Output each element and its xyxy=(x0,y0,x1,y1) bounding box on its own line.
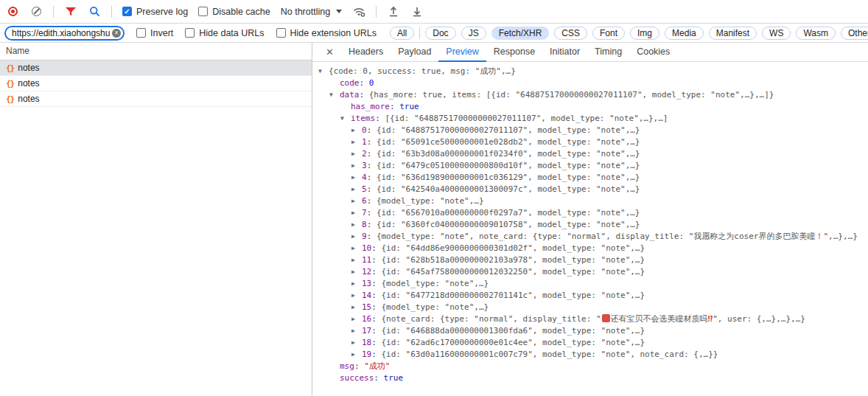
json-token: : xyxy=(371,302,381,312)
preview-tree-row[interactable]: ▶3: {id: "6479c051000000000800d10f", mod… xyxy=(312,160,868,172)
disable-cache-checkbox[interactable]: Disable cache xyxy=(198,7,270,17)
disclosure-triangle-icon[interactable]: ▶ xyxy=(351,195,362,207)
disclosure-triangle-icon[interactable]: ▶ xyxy=(351,302,362,313)
filter-chip-img[interactable]: Img xyxy=(630,27,659,40)
disclosure-triangle-icon[interactable]: ▶ xyxy=(351,325,362,337)
json-token: 2 xyxy=(362,149,367,159)
preview-tree-row[interactable]: ▶6: {model_type: "note",…} xyxy=(312,195,868,207)
json-token: 1 xyxy=(362,137,367,147)
filter-chip-font[interactable]: Font xyxy=(592,27,625,40)
json-token: {id: "6567010a000000000f0297a7", model_t… xyxy=(377,208,640,218)
invert-checkbox[interactable]: Invert xyxy=(136,28,173,38)
disclosure-triangle-icon[interactable]: ▶ xyxy=(351,266,362,278)
preview-tree-row[interactable]: ▶4: {id: "636d1989000000001c036129", mod… xyxy=(312,172,868,184)
filter-button[interactable] xyxy=(64,5,77,18)
preview-tree-row[interactable]: ▶19: {id: "63d0a116000000001c007c79", mo… xyxy=(312,349,868,361)
hide-data-urls-checkbox[interactable]: Hide data URLs xyxy=(185,28,264,38)
preview-tree-row[interactable]: ▶0: {id: "648875170000000027011107", mod… xyxy=(312,125,868,136)
export-har-button[interactable] xyxy=(410,5,424,18)
filter-url-input[interactable] xyxy=(4,26,125,41)
preview-tree-row[interactable]: ▶18: {id: "62ad6c17000000000e01c4ee", mo… xyxy=(312,337,868,349)
preview-tree-row[interactable]: success: true xyxy=(312,372,868,384)
tab-response[interactable]: Response xyxy=(486,43,542,62)
preview-tree-row[interactable]: ▶15: {model_type: "note",…} xyxy=(312,302,868,313)
preview-tree-row[interactable]: ▶7: {id: "6567010a000000000f0297a7", mod… xyxy=(312,207,868,219)
hide-data-urls-label: Hide data URLs xyxy=(199,28,264,38)
name-column-header[interactable]: Name xyxy=(0,43,312,60)
disclosure-triangle-icon[interactable]: ▶ xyxy=(351,172,362,184)
disclosure-triangle-icon[interactable]: ▶ xyxy=(351,349,362,361)
disclosure-triangle-icon[interactable]: ▶ xyxy=(351,219,362,231)
request-row[interactable]: {}notes xyxy=(0,91,312,107)
disclosure-triangle-icon[interactable]: ▶ xyxy=(351,184,362,195)
disclosure-triangle-icon[interactable]: ▼ xyxy=(340,113,351,125)
json-token: : xyxy=(367,173,377,182)
filter-chip-manifest[interactable]: Manifest xyxy=(709,27,757,40)
tab-timing[interactable]: Timing xyxy=(587,43,629,62)
disclosure-triangle-icon[interactable]: ▶ xyxy=(351,337,362,349)
tab-cookies[interactable]: Cookies xyxy=(629,43,677,62)
filter-chip-media[interactable]: Media xyxy=(665,27,704,40)
disclosure-triangle-icon[interactable]: ▼ xyxy=(318,66,329,77)
disclosure-triangle-icon[interactable]: ▶ xyxy=(351,148,362,160)
json-token: has_more xyxy=(351,102,390,111)
disclosure-triangle-icon[interactable]: ▶ xyxy=(351,231,362,243)
filter-chip-ws[interactable]: WS xyxy=(762,27,791,40)
tab-preview[interactable]: Preview xyxy=(438,43,486,62)
throttling-select[interactable]: No throttling xyxy=(281,7,342,17)
filter-chip-wasm[interactable]: Wasm xyxy=(796,27,836,40)
filter-chip-other[interactable]: Other xyxy=(841,27,868,40)
preview-tree-row[interactable]: ▶8: {id: "6360fc040000000009010758", mod… xyxy=(312,219,868,231)
toolbar-divider xyxy=(53,6,54,18)
tab-initiator[interactable]: Initiator xyxy=(542,43,587,62)
json-token: : xyxy=(354,361,364,371)
request-row[interactable]: {}notes xyxy=(0,76,312,91)
preview-tree-row[interactable]: ▶13: {model_type: "note",…} xyxy=(312,278,868,290)
disclosure-triangle-icon[interactable]: ▶ xyxy=(351,136,362,148)
preview-tree-row[interactable]: code: 0 xyxy=(312,77,868,89)
preview-tree-row[interactable]: ▶12: {id: "645af7580000000012032250", mo… xyxy=(312,266,868,278)
preview-tree-row[interactable]: ▼{code: 0, success: true, msg: "成功",…} xyxy=(312,66,868,77)
close-details-icon[interactable]: ✕ xyxy=(320,46,340,58)
disclosure-triangle-icon[interactable]: ▶ xyxy=(351,125,362,136)
record-button[interactable] xyxy=(6,5,19,18)
tab-payload[interactable]: Payload xyxy=(391,43,438,62)
filter-chip-fetch-xhr[interactable]: Fetch/XHR xyxy=(491,27,550,40)
preview-tree-row[interactable]: ▼data: {has_more: true, items: [{id: "64… xyxy=(312,89,868,101)
network-conditions-button[interactable] xyxy=(352,5,365,18)
disclosure-triangle-icon[interactable]: ▶ xyxy=(351,160,362,172)
search-button[interactable] xyxy=(88,5,101,18)
preview-tree-row[interactable]: ▶9: {model_type: "note", note_card: {typ… xyxy=(312,231,868,243)
disclosure-triangle-icon[interactable]: ▶ xyxy=(351,207,362,219)
json-token: : xyxy=(360,90,369,100)
filter-chip-all[interactable]: All xyxy=(390,27,414,40)
filter-chip-js[interactable]: JS xyxy=(461,27,486,40)
json-token: {id: "6477218d000000002701141c", model_t… xyxy=(382,291,645,300)
preview-tree-row[interactable]: ▶16: {note_card: {type: "normal", displa… xyxy=(312,313,868,325)
clear-filter-icon[interactable]: × xyxy=(112,29,121,38)
preview-tree-row[interactable]: ▶10: {id: "64dd86e9000000000301d02f", mo… xyxy=(312,243,868,254)
preview-tree-row[interactable]: has_more: true xyxy=(312,101,868,113)
preview-tree-row[interactable]: msg: "成功" xyxy=(312,361,868,372)
disclosure-triangle-icon[interactable]: ▶ xyxy=(351,278,362,290)
preview-tree-row[interactable]: ▶5: {id: "642540a4000000001300097c", mod… xyxy=(312,184,868,195)
disclosure-triangle-icon[interactable]: ▶ xyxy=(351,254,362,266)
preview-tree-row[interactable]: ▶11: {id: "628b518a000000002103a978", mo… xyxy=(312,254,868,266)
disclosure-triangle-icon[interactable]: ▶ xyxy=(351,313,362,325)
preview-tree-row[interactable]: ▶2: {id: "63b3d08a000000001f0234f0", mod… xyxy=(312,148,868,160)
import-har-button[interactable] xyxy=(387,5,400,18)
preserve-log-checkbox[interactable]: ✓ Preserve log xyxy=(122,7,188,17)
filter-chip-doc[interactable]: Doc xyxy=(425,27,455,40)
disclosure-triangle-icon[interactable]: ▶ xyxy=(351,243,362,254)
request-row[interactable]: {}notes xyxy=(0,60,312,76)
disclosure-triangle-icon[interactable]: ▼ xyxy=(329,89,340,101)
disclosure-triangle-icon[interactable]: ▶ xyxy=(351,290,362,302)
clear-network-log-button[interactable] xyxy=(29,5,43,18)
preview-tree-row[interactable]: ▼items: [{id: "648875170000000027011107"… xyxy=(312,113,868,125)
preview-tree-row[interactable]: ▶17: {id: "646888da000000001300fda6", mo… xyxy=(312,325,868,337)
tab-headers[interactable]: Headers xyxy=(341,43,391,62)
hide-extension-urls-checkbox[interactable]: Hide extension URLs xyxy=(276,28,377,38)
preview-tree-row[interactable]: ▶1: {id: "65091ce5000000001e028db2", mod… xyxy=(312,136,868,148)
preview-tree-row[interactable]: ▶14: {id: "6477218d000000002701141c", mo… xyxy=(312,290,868,302)
filter-chip-css[interactable]: CSS xyxy=(554,27,587,40)
